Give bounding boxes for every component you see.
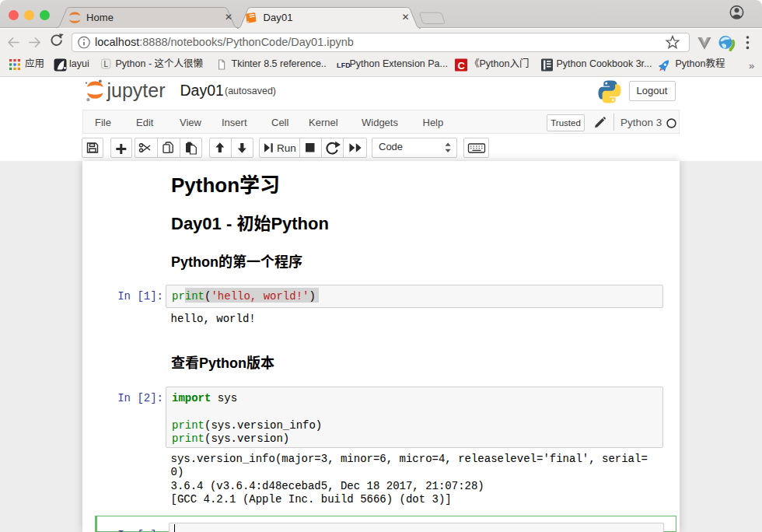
svg-text:»: » [749, 60, 754, 72]
svg-text:LFD: LFD [337, 61, 351, 69]
svg-text:L: L [104, 60, 109, 68]
svg-text:Run: Run [277, 142, 296, 154]
svg-text:C: C [458, 60, 466, 72]
